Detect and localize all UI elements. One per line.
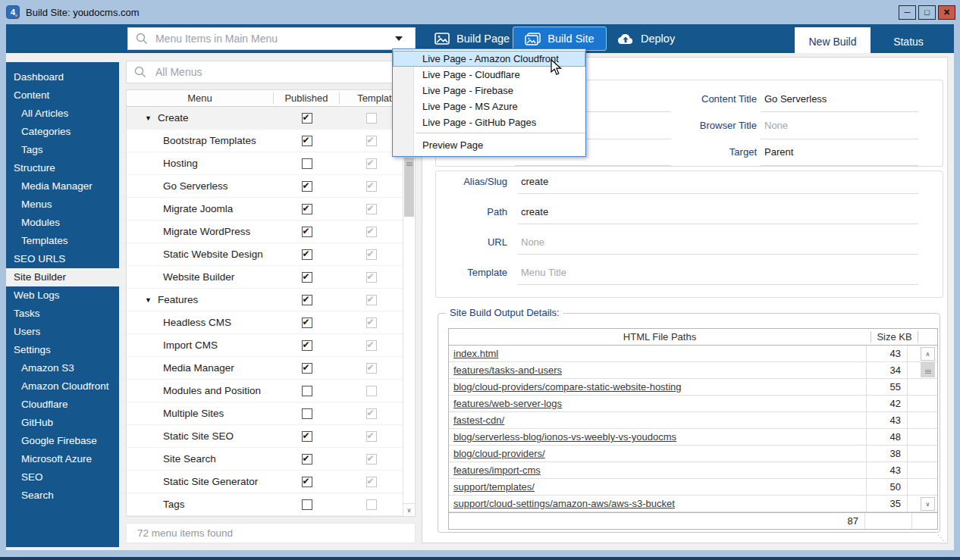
sidebar-item-media-manager[interactable]: Media Manager bbox=[6, 177, 119, 196]
sidebar-item-site-builder[interactable]: Site Builder bbox=[6, 268, 119, 286]
menu-row-hosting[interactable]: Hosting bbox=[127, 152, 415, 175]
sidebar-item-seo-urls[interactable]: SEO URLS bbox=[6, 250, 119, 268]
menu-row-create[interactable]: ▼Create bbox=[127, 107, 415, 130]
collapse-triangle-icon[interactable]: ▼ bbox=[145, 114, 152, 122]
sidebar-item-settings[interactable]: Settings bbox=[6, 341, 119, 359]
sidebar-item-microsoft-azure[interactable]: Microsoft Azure bbox=[6, 450, 119, 468]
close-button[interactable]: ✕ bbox=[938, 5, 955, 20]
published-checkbox[interactable] bbox=[302, 181, 312, 192]
template-value[interactable]: Menu Title bbox=[521, 267, 566, 278]
published-checkbox[interactable] bbox=[302, 136, 312, 146]
menu-row-go-serverless[interactable]: Go Serverless bbox=[127, 175, 415, 198]
build-menu-item-live-page-firebase[interactable]: Live Page - Firebase bbox=[393, 83, 585, 99]
published-checkbox[interactable] bbox=[302, 477, 312, 487]
published-checkbox[interactable] bbox=[302, 386, 312, 396]
sidebar-item-users[interactable]: Users bbox=[6, 323, 119, 341]
sidebar-item-github[interactable]: GitHub bbox=[6, 414, 119, 432]
menu-row-migrate-wordpress[interactable]: Migrate WordPress bbox=[127, 221, 415, 243]
content-title-value[interactable]: Go Serverless bbox=[764, 93, 827, 105]
scrollbar-thumb[interactable] bbox=[921, 362, 935, 377]
resize-grip[interactable]: ⋱ bbox=[937, 533, 945, 542]
file-path-link[interactable]: features/tasks-and-users bbox=[453, 364, 562, 376]
chevron-down-icon[interactable] bbox=[395, 36, 403, 41]
menu-row-site-search[interactable]: Site Search bbox=[127, 448, 415, 471]
published-checkbox[interactable] bbox=[302, 227, 312, 237]
published-checkbox[interactable] bbox=[302, 454, 312, 465]
menu-row-static-website-design[interactable]: Static Website Design bbox=[127, 243, 415, 266]
menu-row-website-builder[interactable]: Website Builder bbox=[127, 266, 415, 289]
published-checkbox[interactable] bbox=[302, 272, 312, 283]
menu-search-combo[interactable]: Menu Items in Main Menu bbox=[127, 27, 416, 50]
sidebar-item-all-articles[interactable]: All Articles bbox=[6, 105, 119, 123]
menu-row-features[interactable]: ▼Features bbox=[127, 289, 415, 311]
published-checkbox[interactable] bbox=[302, 113, 312, 124]
sidebar-item-modules[interactable]: Modules bbox=[6, 214, 119, 232]
menu-row-bootstrap-templates[interactable]: Bootstrap Templates bbox=[127, 130, 415, 152]
scroll-down-icon[interactable]: ∨ bbox=[403, 503, 415, 516]
minimize-button[interactable]: ─ bbox=[899, 5, 916, 20]
file-path-link[interactable]: fastest-cdn/ bbox=[453, 415, 504, 426]
file-path-link[interactable]: blog/cloud-providers/ bbox=[453, 448, 545, 459]
file-path-link[interactable]: support/templates/ bbox=[453, 481, 535, 493]
published-checkbox[interactable] bbox=[302, 340, 312, 351]
sidebar-item-dashboard[interactable]: Dashboard bbox=[6, 68, 119, 86]
sidebar-item-seo[interactable]: SEO bbox=[6, 468, 119, 486]
sidebar-item-templates[interactable]: Templates bbox=[6, 232, 119, 250]
deploy-button[interactable]: Deploy bbox=[617, 27, 675, 51]
alias-slug-value[interactable]: create bbox=[521, 176, 548, 187]
url-value[interactable]: None bbox=[521, 236, 544, 248]
published-checkbox[interactable] bbox=[302, 408, 312, 419]
sidebar-item-search[interactable]: Search bbox=[6, 486, 119, 505]
scrollbar-thumb[interactable] bbox=[404, 158, 414, 217]
sidebar-item-amazon-s3[interactable]: Amazon S3 bbox=[6, 359, 119, 377]
menu-row-static-site-seo[interactable]: Static Site SEO bbox=[127, 425, 415, 448]
file-path-link[interactable]: features/import-cms bbox=[453, 465, 541, 476]
published-checkbox[interactable] bbox=[302, 318, 312, 328]
menu-table-scrollbar[interactable]: ∧ ∨ bbox=[403, 107, 415, 516]
sidebar-item-menus[interactable]: Menus bbox=[6, 196, 119, 214]
menu-row-multiple-sites[interactable]: Multiple Sites bbox=[127, 402, 415, 425]
menu-row-static-site-generator[interactable]: Static Site Generator bbox=[127, 471, 415, 493]
sidebar-item-tags[interactable]: Tags bbox=[6, 141, 119, 159]
menu-row-import-cms[interactable]: Import CMS bbox=[127, 334, 415, 357]
collapse-triangle-icon[interactable]: ▼ bbox=[145, 296, 152, 304]
sidebar-item-categories[interactable]: Categories bbox=[6, 123, 119, 141]
file-path-link[interactable]: blog/serverless-blog/ionos-vs-weebly-vs-… bbox=[453, 431, 676, 443]
sidebar-item-structure[interactable]: Structure bbox=[6, 159, 119, 177]
target-value[interactable]: Parent bbox=[764, 146, 793, 158]
maximize-button[interactable]: □ bbox=[918, 5, 936, 20]
published-checkbox[interactable] bbox=[302, 499, 312, 510]
menu-row-modules-and-position[interactable]: Modules and Position bbox=[127, 380, 415, 402]
build-menu-item-live-page-github-pages[interactable]: Live Page - GitHub Pages bbox=[393, 114, 585, 130]
browser-title-value[interactable]: None bbox=[764, 120, 788, 131]
sidebar-item-amazon-cloudfront[interactable]: Amazon Cloudfront bbox=[6, 377, 119, 396]
build-page-button[interactable]: Build Page bbox=[435, 27, 510, 51]
build-menu-item-live-page-ms-azure[interactable]: Live Page - MS Azure bbox=[393, 99, 585, 114]
all-menus-search[interactable]: All Menus bbox=[126, 61, 416, 83]
sidebar-item-content[interactable]: Content bbox=[6, 86, 119, 105]
published-checkbox[interactable] bbox=[302, 363, 312, 374]
output-table-scrollbar[interactable]: ∧ ∨ bbox=[920, 346, 936, 512]
scroll-up-icon[interactable]: ∧ bbox=[921, 347, 935, 361]
published-checkbox[interactable] bbox=[302, 249, 312, 260]
menu-row-headless-cms[interactable]: Headless CMS bbox=[127, 311, 415, 334]
sidebar-item-google-firebase[interactable]: Google Firebase bbox=[6, 432, 119, 450]
file-path-link[interactable]: features/web-server-logs bbox=[453, 398, 562, 409]
tab-new-build[interactable]: New Build bbox=[795, 27, 871, 56]
menu-row-media-manager[interactable]: Media Manager bbox=[127, 357, 415, 380]
menu-row-tags[interactable]: Tags bbox=[127, 493, 415, 516]
sidebar-item-web-logs[interactable]: Web Logs bbox=[6, 286, 119, 305]
menu-row-migrate-joomla[interactable]: Migrate Joomla bbox=[127, 198, 415, 221]
file-path-link[interactable]: support/cloud-settings/amazon-aws/aws-s3… bbox=[453, 498, 675, 509]
published-checkbox[interactable] bbox=[302, 204, 312, 214]
build-site-button[interactable]: Build Site bbox=[513, 27, 607, 51]
published-checkbox[interactable] bbox=[302, 431, 312, 442]
tab-status[interactable]: Status bbox=[871, 27, 946, 56]
published-checkbox[interactable] bbox=[302, 158, 312, 169]
build-menu-item-preview-page[interactable]: Preview Page bbox=[393, 136, 585, 154]
file-path-link[interactable]: index.html bbox=[453, 348, 498, 359]
sidebar-item-tasks[interactable]: Tasks bbox=[6, 305, 119, 323]
sidebar-item-cloudflare[interactable]: Cloudflare bbox=[6, 396, 119, 414]
path-value[interactable]: create bbox=[521, 206, 548, 217]
file-path-link[interactable]: blog/cloud-providers/compare-static-webs… bbox=[453, 381, 682, 393]
